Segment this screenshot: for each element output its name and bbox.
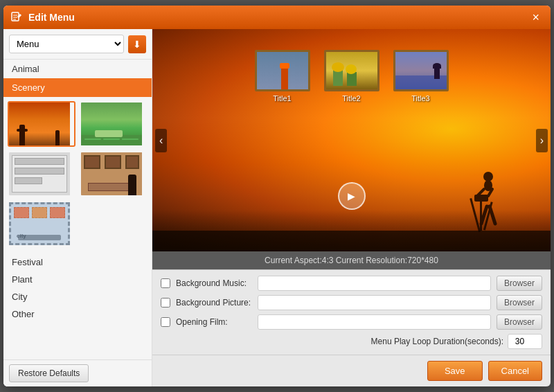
svg-rect-7 <box>480 199 482 231</box>
category-plant[interactable]: Plant <box>3 271 152 288</box>
opening-film-browser-button[interactable]: Browser <box>497 314 542 330</box>
play-button[interactable]: ▶ <box>338 182 366 210</box>
save-button[interactable]: Save <box>427 361 483 381</box>
background-music-row: Background Music: Browser <box>161 276 542 291</box>
options-panel: Background Music: Browser Background Pic… <box>152 269 551 355</box>
thumbnails-grid: city <box>3 97 152 251</box>
close-button[interactable]: × <box>528 10 544 25</box>
opening-film-label: Opening Film: <box>176 317 252 327</box>
background-picture-row: Background Picture: Browser <box>161 295 542 310</box>
background-picture-browser-button[interactable]: Browser <box>497 295 542 310</box>
thumb-landscape-img <box>81 103 142 145</box>
thumbnail-5[interactable]: city <box>8 201 75 247</box>
preview-thumb-3: Title3 <box>393 50 449 103</box>
preview-thumb-1-img <box>255 50 310 91</box>
download-icon: ⬇ <box>133 39 141 50</box>
right-panel: ‹ <box>152 29 551 386</box>
dropdown-bar: Menu ⬇ <box>3 29 152 60</box>
main-content: Menu ⬇ Animal Scenery <box>3 29 551 386</box>
edit-icon <box>10 11 23 24</box>
thumbnail-1[interactable] <box>8 101 75 147</box>
preview-thumbs: Title1 Title2 <box>255 50 449 103</box>
preview-thumb-3-label: Title3 <box>411 94 430 103</box>
restore-defaults-area: Restore Defaults <box>3 359 152 386</box>
thumb-brown-img <box>81 152 142 195</box>
preview-thumb-2-img <box>324 50 379 91</box>
category-city[interactable]: City <box>3 288 152 305</box>
preview-thumb-2: Title2 <box>324 50 379 103</box>
opening-film-row: Opening Film: Browser <box>161 314 542 330</box>
thumb-light-img <box>9 152 70 195</box>
category-festival[interactable]: Festival <box>3 253 152 271</box>
footer-bar: Save Cancel <box>152 355 551 386</box>
preview-thumb-1: Title1 <box>255 50 310 103</box>
prev-button[interactable]: ‹ <box>155 129 167 152</box>
background-picture-checkbox[interactable] <box>161 298 170 308</box>
menu-dropdown[interactable]: Menu <box>9 35 124 53</box>
loop-duration-label: Menu Play Loop Duration(seconds): <box>371 337 503 346</box>
category-other[interactable]: Other <box>3 305 152 323</box>
loop-duration-row: Menu Play Loop Duration(seconds): <box>161 334 542 349</box>
category-animal[interactable]: Animal <box>3 60 152 78</box>
thumbnail-3[interactable] <box>8 151 75 197</box>
next-button[interactable]: › <box>536 129 548 152</box>
category-list: Animal Scenery <box>3 60 152 326</box>
restore-defaults-button[interactable]: Restore Defaults <box>9 364 89 382</box>
cancel-button[interactable]: Cancel <box>488 361 542 381</box>
svg-rect-6 <box>470 198 481 232</box>
preview-thumb-1-label: Title1 <box>273 94 292 103</box>
opening-film-input[interactable] <box>258 314 491 330</box>
background-picture-label: Background Picture: <box>176 298 252 308</box>
svg-line-13 <box>490 206 495 224</box>
title-bar: Edit Menu × <box>3 6 551 29</box>
svg-point-5 <box>483 172 493 181</box>
dialog-title: Edit Menu <box>28 12 75 23</box>
thumbnail-2[interactable] <box>80 101 148 147</box>
more-categories-list: Festival Plant City Other <box>3 251 152 326</box>
background-music-input[interactable] <box>258 276 491 291</box>
thumb-dotted-img: city <box>9 202 70 245</box>
thumbnail-4[interactable] <box>80 151 148 197</box>
status-bar: Current Aspect:4:3 Current Resolution:72… <box>152 251 551 269</box>
preview-area: ‹ <box>152 29 551 251</box>
opening-film-checkbox[interactable] <box>161 317 170 327</box>
download-button[interactable]: ⬇ <box>128 35 146 53</box>
preview-thumb-3-img <box>393 50 449 91</box>
left-panel: Menu ⬇ Animal Scenery <box>3 29 152 386</box>
edit-menu-dialog: Edit Menu × Menu ⬇ Animal Scenery <box>3 6 551 386</box>
background-picture-input[interactable] <box>258 295 491 310</box>
thumb-desert-img <box>9 103 70 145</box>
background-music-label: Background Music: <box>176 278 252 288</box>
play-button-container: ▶ <box>338 182 366 210</box>
status-text: Current Aspect:4:3 Current Resolution:72… <box>265 256 438 265</box>
background-music-checkbox[interactable] <box>161 278 170 288</box>
preview-background: Title1 Title2 <box>152 29 551 251</box>
loop-duration-input[interactable] <box>508 334 542 349</box>
background-music-browser-button[interactable]: Browser <box>497 276 542 291</box>
title-bar-left: Edit Menu <box>10 11 75 24</box>
category-scenery[interactable]: Scenery <box>3 78 152 97</box>
preview-thumb-2-label: Title2 <box>342 94 361 103</box>
